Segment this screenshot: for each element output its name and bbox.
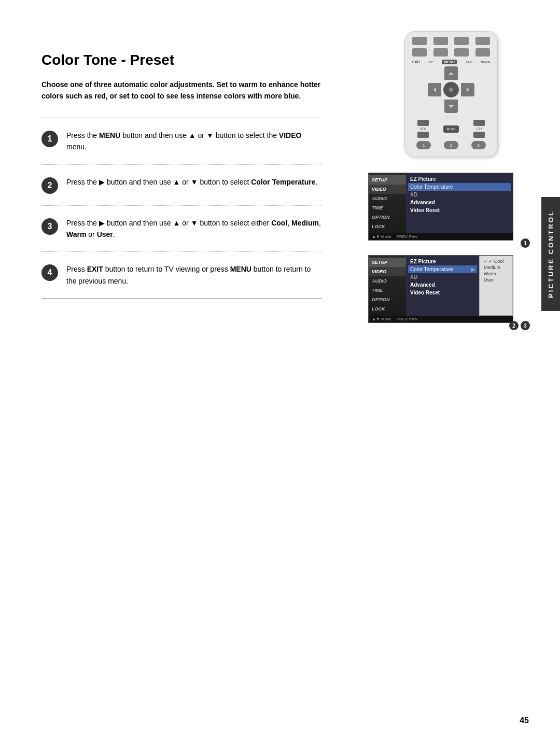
menu2-prev-label: PREV Prev [397, 317, 417, 321]
remote-btn-3 [454, 37, 469, 45]
cc-label: CC [429, 61, 433, 64]
sidebar-video: VIDEO [369, 185, 406, 194]
side-tab-label: PICTURE CONTROL [547, 210, 555, 298]
divider-1 [41, 118, 321, 118]
remote-control: EXIT CC MENU SAP TIMER [399, 31, 503, 157]
step-4: 4 Press EXIT button to return to TV view… [41, 261, 321, 289]
ch-plus-btn[interactable] [473, 120, 485, 126]
intro-text: Choose one of three automatic color adju… [41, 79, 321, 102]
remote-btn-2 [433, 37, 448, 45]
sidebar-option: OPTION [369, 213, 406, 222]
remote-btn-4 [475, 37, 490, 45]
remote-top-buttons-row2 [410, 48, 492, 57]
step-2: 2 Press the ▶ button and then use ▲ or ▼… [41, 174, 321, 196]
menu2-ez-picture: EZ Picture [410, 258, 475, 265]
main-content: Color Tone - Preset Choose one of three … [41, 52, 321, 308]
mute-button[interactable]: MUTE [443, 125, 459, 133]
menu-xd: XD [410, 191, 509, 199]
remote-btn-8 [475, 48, 490, 57]
dpad-enter-btn[interactable] [443, 82, 459, 97]
menu2-xd: XD [410, 273, 475, 281]
left-arrow-icon [433, 87, 436, 92]
menu-screenshot-2: SETUP VIDEO AUDIO TIME OPTION LOCK EZ Pi… [368, 255, 513, 323]
dpad-down-btn[interactable] [444, 100, 458, 113]
badge-1: 1 [521, 238, 530, 248]
menu-main-1: EZ Picture Color Temperature XD Advanced… [406, 173, 513, 233]
menu2-video-reset: Video Reset [410, 289, 475, 297]
step-text-2: Press the ▶ button and then use ▲ or ▼ b… [66, 176, 317, 188]
down-arrow-icon [449, 105, 454, 108]
exit-label: EXIT [412, 60, 421, 64]
badge-group-1: 1 [521, 238, 530, 248]
menu-video-reset: Video Reset [410, 206, 509, 214]
step-number-3: 3 [41, 218, 58, 235]
menu-screenshot-1-wrapper: SETUP VIDEO AUDIO TIME OPTION LOCK EZ Pi… [368, 173, 534, 241]
badge-3: 3 [521, 321, 530, 330]
page-number: 45 [520, 716, 529, 725]
vol-minus-btn[interactable] [417, 132, 429, 138]
step-number-1: 1 [41, 131, 58, 147]
sidebar2-setup: SETUP [369, 258, 406, 267]
menu-prev-label: PREV Prev [397, 234, 417, 239]
submenu-panel: ✓ Cool Medium Warm User [479, 256, 513, 316]
sidebar2-audio: AUDIO [369, 276, 406, 286]
sidebar-time: TIME [369, 203, 406, 213]
menu-bottom-bar-1: ▲▼ Move PREV Prev [369, 233, 513, 240]
divider-2 [41, 298, 321, 299]
ch-minus-btn[interactable] [473, 132, 485, 138]
num-1-btn[interactable]: 1 [416, 141, 431, 149]
dpad-up-btn[interactable] [444, 66, 458, 80]
enter-icon [449, 88, 453, 92]
menu2-move-label: ▲▼ Move [372, 317, 391, 321]
right-arrow-icon [467, 87, 469, 92]
sap-label: SAP [466, 61, 472, 64]
num-2-btn[interactable]: 2 [444, 141, 458, 149]
step-text-4: Press EXIT button to return to TV viewin… [66, 263, 321, 287]
menu-btn-label: MENU [442, 60, 457, 64]
menu-bottom-bar-2: ▲▼ Move PREV Prev [369, 316, 513, 322]
remote-num-row: 1 2 3 [410, 141, 492, 149]
dpad-right-btn[interactable] [461, 83, 474, 96]
step-3: 3 Press the ▶ button and then use ▲ or ▼… [41, 215, 321, 243]
dpad-left-btn[interactable] [428, 83, 441, 96]
vol-group: VOL [417, 120, 429, 138]
submenu-user: User [484, 277, 508, 283]
menu-main-2: EZ Picture Color Temperature ▶ XD Advanc… [406, 256, 479, 316]
menu-color-temp: Color Temperature [408, 183, 511, 191]
sidebar2-time: TIME [369, 286, 406, 295]
sidebar2-lock: LOCK [369, 304, 406, 314]
remote-btn-7 [454, 48, 469, 57]
remote-body: EXIT CC MENU SAP TIMER [404, 31, 498, 157]
arrow-right-icon: ▶ [471, 267, 475, 272]
remote-btn-1 [412, 37, 427, 45]
step-number-4: 4 [41, 264, 58, 281]
sidebar-audio: AUDIO [369, 194, 406, 203]
submenu-cool: ✓ Cool [484, 258, 508, 264]
menu-sidebar-2: SETUP VIDEO AUDIO TIME OPTION LOCK [369, 256, 406, 316]
timer-label: TIMER [480, 61, 490, 64]
submenu-warm: Warm [484, 271, 508, 277]
remote-dpad [428, 66, 474, 113]
step-1: 1 Press the MENU button and then use ▲ o… [41, 128, 321, 155]
badge-2: 2 [509, 321, 519, 330]
divider-dotted-2 [41, 205, 321, 206]
menu-sidebar-1: SETUP VIDEO AUDIO TIME OPTION LOCK [369, 173, 406, 233]
menu-panel-1: SETUP VIDEO AUDIO TIME OPTION LOCK EZ Pi… [369, 173, 513, 233]
sidebar-setup: SETUP [369, 175, 406, 185]
vol-plus-btn[interactable] [417, 120, 429, 126]
badge-group-23: 2 3 [509, 321, 530, 330]
menu-ez-picture: EZ Picture [410, 175, 509, 183]
menu-panel-2: SETUP VIDEO AUDIO TIME OPTION LOCK EZ Pi… [369, 256, 513, 316]
color-temp-label: Color Temperature [410, 266, 453, 272]
vol-label: VOL [419, 127, 427, 131]
remote-cc-menu-row: EXIT CC MENU SAP TIMER [410, 60, 492, 64]
side-tab: PICTURE CONTROL [541, 197, 560, 311]
sidebar2-option: OPTION [369, 295, 406, 304]
num-3-btn[interactable]: 3 [471, 141, 486, 149]
menu-move-label: ▲▼ Move [372, 234, 391, 239]
remote-top-buttons-row1 [410, 37, 492, 45]
ch-label: CH [477, 127, 482, 131]
step-text-3: Press the ▶ button and then use ▲ or ▼ b… [66, 217, 321, 241]
divider-dotted-3 [41, 251, 321, 252]
right-content: EXIT CC MENU SAP TIMER [368, 31, 534, 337]
